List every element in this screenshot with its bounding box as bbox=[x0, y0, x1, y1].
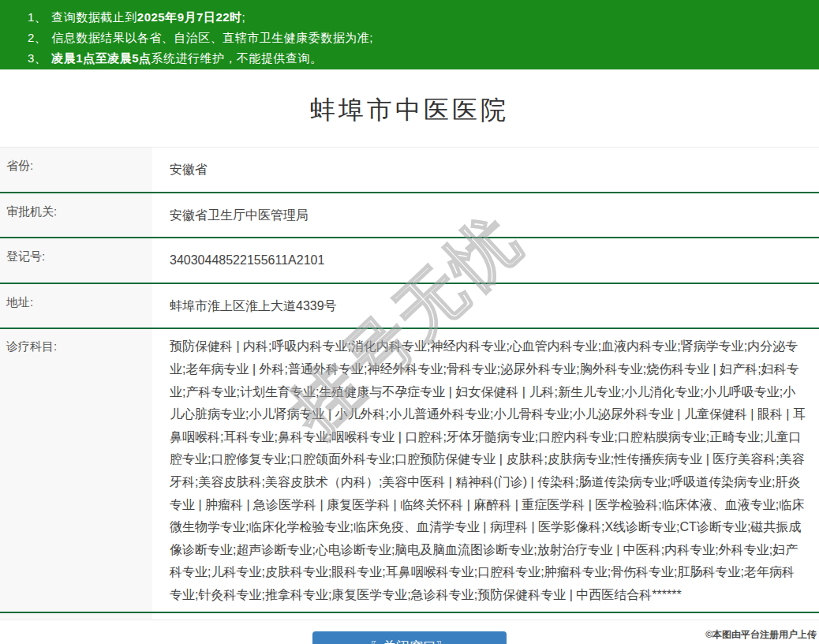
notice-number: 3、 bbox=[28, 51, 47, 65]
table-footer-stub bbox=[0, 613, 819, 620]
table-row-departments: 诊疗科目: 预防保健科 | 内科;呼吸内科专业;消化内科专业;神经内科专业;心血… bbox=[0, 329, 819, 612]
row-value: 预防保健科 | 内科;呼吸内科专业;消化内科专业;神经内科专业;心血管内科专业;… bbox=[152, 329, 819, 611]
hospital-info-table: 省份: 安徽省 审批机关: 安徽省卫生厅中医管理局 登记号: 340304485… bbox=[0, 147, 819, 620]
row-label: 省份: bbox=[0, 148, 152, 192]
notice-text-bold: 凌晨1点至凌晨5点 bbox=[51, 51, 151, 65]
table-row-address: 地址: 蚌埠市淮上区淮上大道4339号 bbox=[0, 284, 819, 330]
notice-text: 信息数据结果以各省、自治区、直辖市卫生健康委数据为准; bbox=[51, 31, 373, 44]
close-window-button[interactable]: 〖关闭窗口〗 bbox=[312, 631, 507, 644]
row-value: 安徽省卫生厅中医管理局 bbox=[152, 193, 819, 238]
row-label: 地址: bbox=[0, 284, 152, 328]
table-row-province: 省份: 安徽省 bbox=[0, 148, 819, 193]
notice-item-1: 1、查询数据截止到2025年9月7日22时; bbox=[28, 7, 819, 28]
notice-text: 查询数据截止到 bbox=[51, 10, 137, 24]
notice-number: 1、 bbox=[28, 10, 47, 24]
row-label: 登记号: bbox=[0, 238, 152, 283]
image-credit: ©本图由平台注册用户上传 bbox=[705, 628, 817, 642]
notice-text-bold: 2025年9月7日22时 bbox=[137, 10, 242, 24]
table-row-approval-authority: 审批机关: 安徽省卫生厅中医管理局 bbox=[0, 193, 819, 239]
button-area: 〖关闭窗口〗 bbox=[0, 631, 819, 644]
notice-item-2: 2、信息数据结果以各省、自治区、直辖市卫生健康委数据为准; bbox=[28, 28, 819, 48]
row-label: 审批机关: bbox=[0, 193, 152, 238]
notice-text: 系统进行维护，不能提供查询。 bbox=[151, 51, 323, 65]
row-label: 诊疗科目: bbox=[0, 329, 152, 611]
notice-item-3: 3、凌晨1点至凌晨5点系统进行维护，不能提供查询。 bbox=[28, 48, 819, 69]
table-row-registration-number: 登记号: 34030448522155611A2101 bbox=[0, 238, 819, 284]
notice-number: 2、 bbox=[28, 31, 47, 44]
row-value: 34030448522155611A2101 bbox=[152, 238, 819, 283]
row-value: 安徽省 bbox=[152, 148, 819, 192]
notice-banner: 1、查询数据截止到2025年9月7日22时; 2、信息数据结果以各省、自治区、直… bbox=[0, 0, 819, 69]
notice-text: ; bbox=[242, 10, 246, 24]
row-value: 蚌埠市淮上区淮上大道4339号 bbox=[152, 284, 819, 328]
page-title: 蚌埠市中医医院 bbox=[0, 93, 819, 128]
